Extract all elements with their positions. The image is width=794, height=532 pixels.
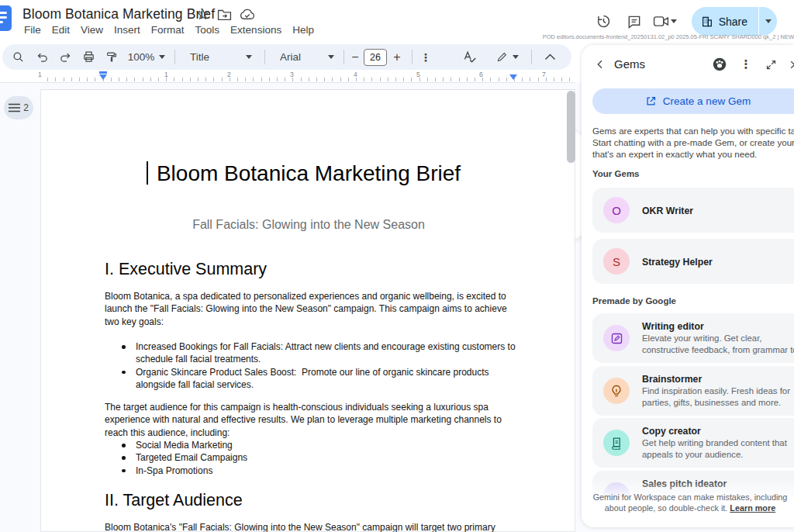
back-button[interactable] bbox=[591, 55, 609, 74]
search-menus-button[interactable] bbox=[7, 44, 29, 70]
bullet-item[interactable]: Social Media Marketing bbox=[105, 439, 247, 451]
panel-title: Gems bbox=[614, 57, 645, 71]
decrease-font-size-button[interactable]: − bbox=[347, 44, 364, 70]
share-dropdown[interactable] bbox=[758, 7, 777, 36]
open-in-new-icon bbox=[645, 95, 657, 107]
cloud-saved-icon[interactable] bbox=[240, 9, 255, 20]
copy-creator-avatar bbox=[603, 430, 630, 456]
outline-list-icon bbox=[9, 103, 20, 112]
strategy-helper-avatar: S bbox=[603, 248, 630, 275]
gems-side-panel: Gems ⋮ bbox=[582, 45, 794, 527]
okr-writer-avatar: O bbox=[603, 197, 630, 223]
doc-bullet-list-2: Social Media Marketing Targeted Email Ca… bbox=[105, 439, 247, 477]
menu-edit[interactable]: Edit bbox=[47, 22, 75, 37]
gems-icon[interactable] bbox=[710, 55, 729, 74]
doc-title-heading[interactable]: Bloom Botanica Marketing Brief bbox=[105, 160, 513, 188]
gem-card-writing-editor[interactable]: Writing editor Elevate your writing. Get… bbox=[592, 313, 794, 363]
undo-button[interactable] bbox=[32, 44, 52, 70]
app-header: Bloom Botanica Marketing Brief File Edit… bbox=[0, 0, 794, 44]
paint-format-button[interactable] bbox=[102, 44, 122, 70]
menu-bar: File Edit View Insert Format Tools Exten… bbox=[19, 22, 319, 37]
collapse-toolbar-button[interactable] bbox=[539, 44, 561, 70]
share-button[interactable]: Share bbox=[692, 7, 777, 36]
menu-file[interactable]: File bbox=[19, 22, 47, 37]
your-gems-label: Your Gems bbox=[592, 169, 640, 178]
meet-dropdown-caret[interactable] bbox=[671, 19, 677, 23]
close-panel-button[interactable] bbox=[785, 55, 794, 74]
gem-card-brainstormer[interactable]: Brainstormer Find inspiration easily. Fr… bbox=[592, 366, 794, 416]
paragraph-style-select[interactable]: Title bbox=[182, 44, 260, 70]
menu-tools[interactable]: Tools bbox=[190, 22, 226, 37]
redo-button[interactable] bbox=[55, 44, 75, 70]
menu-help[interactable]: Help bbox=[287, 22, 319, 37]
gem-card-okr-writer[interactable]: O OKR Writer bbox=[592, 188, 794, 233]
brainstormer-avatar bbox=[603, 378, 630, 404]
menu-format[interactable]: Format bbox=[146, 22, 190, 37]
learn-more-link[interactable]: Learn more bbox=[730, 503, 775, 513]
document-page[interactable]: Bloom Botanica Marketing Brief Fall Faci… bbox=[40, 89, 575, 532]
writing-editor-avatar bbox=[603, 325, 630, 351]
doc-paragraph-2[interactable]: The target audience for this campaign is… bbox=[105, 401, 502, 439]
doc-paragraph-1[interactable]: Bloom Botanica, a spa dedicated to perso… bbox=[105, 290, 507, 328]
edit-square-icon bbox=[610, 332, 623, 345]
expand-panel-button[interactable] bbox=[761, 55, 780, 74]
comments-button[interactable] bbox=[623, 10, 646, 33]
more-formatting-button[interactable]: ⋮ bbox=[416, 44, 435, 70]
gemini-disclaimer: Gemini for Workspace can make mistakes, … bbox=[582, 492, 794, 513]
zoom-select[interactable]: 100% bbox=[125, 44, 168, 70]
create-new-gem-button[interactable]: Create a new Gem bbox=[592, 88, 794, 114]
tab-count: 2 bbox=[23, 102, 29, 113]
document-title-input[interactable]: Bloom Botanica Marketing Brief bbox=[22, 6, 215, 22]
share-label: Share bbox=[719, 16, 747, 28]
increase-font-size-button[interactable]: + bbox=[388, 44, 406, 70]
build-debug-text: POD editors.documents-frontend_20250131.… bbox=[543, 33, 794, 40]
bullet-item[interactable]: In-Spa Promotions bbox=[105, 465, 247, 477]
spelling-grammar-button[interactable] bbox=[458, 44, 480, 70]
document-tabs-button[interactable]: 2 bbox=[4, 96, 33, 119]
bullet-item[interactable]: Organic Skincare Product Sales Boost: Pr… bbox=[105, 366, 516, 392]
star-icon[interactable] bbox=[196, 8, 209, 21]
google-docs-logo[interactable] bbox=[0, 5, 12, 31]
font-size-input[interactable]: 26 bbox=[364, 44, 387, 70]
move-folder-icon[interactable] bbox=[217, 9, 232, 21]
bullet-item[interactable]: Increased Bookings for Fall Facials: Att… bbox=[105, 340, 516, 366]
menu-extensions[interactable]: Extensions bbox=[225, 22, 287, 37]
premade-by-google-label: Premade by Google bbox=[592, 296, 676, 306]
gem-card-copy-creator[interactable]: Copy creator Get help writing branded co… bbox=[592, 418, 794, 468]
doc-bullet-list-1: Increased Bookings for Fall Facials: Att… bbox=[105, 340, 516, 392]
gem-card-strategy-helper[interactable]: S Strategy Helper bbox=[592, 239, 794, 284]
google-docs-window: 2 Bloom Botanica Marketing Brief Fall Fa… bbox=[0, 0, 794, 532]
doc-heading-2[interactable]: II. Target Audience bbox=[105, 490, 243, 511]
left-indent-marker[interactable] bbox=[99, 74, 107, 80]
organization-icon bbox=[701, 16, 713, 28]
pen-tools-button[interactable] bbox=[491, 44, 523, 70]
menu-view[interactable]: View bbox=[75, 22, 109, 37]
meet-button[interactable] bbox=[653, 15, 677, 28]
document-scrollbar[interactable] bbox=[567, 91, 575, 163]
print-button[interactable] bbox=[78, 44, 98, 70]
gems-description: Gems are experts that can help you with … bbox=[592, 126, 794, 160]
doc-paragraph-3[interactable]: Bloom Botanica's "Fall Facials: Glowing … bbox=[105, 521, 495, 532]
lightbulb-icon bbox=[610, 385, 623, 398]
doc-subtitle[interactable]: Fall Facials: Glowing into the New Seaso… bbox=[105, 218, 513, 232]
menu-insert[interactable]: Insert bbox=[109, 22, 146, 37]
horizontal-ruler: 1 1 2 3 4 5 6 7 bbox=[0, 70, 575, 83]
scroll-doc-icon bbox=[610, 437, 623, 450]
panel-menu-button[interactable]: ⋮ bbox=[737, 55, 755, 74]
formatting-toolbar: 100% Title Arial − 26 + ⋮ bbox=[2, 44, 571, 70]
doc-heading-1[interactable]: I. Executive Summary bbox=[105, 259, 267, 280]
bullet-item[interactable]: Targeted Email Campaigns bbox=[105, 451, 247, 464]
first-line-indent-marker[interactable] bbox=[99, 71, 107, 74]
right-indent-marker[interactable] bbox=[509, 74, 517, 80]
version-history-button[interactable] bbox=[592, 10, 616, 33]
font-select[interactable]: Arial bbox=[272, 44, 342, 70]
